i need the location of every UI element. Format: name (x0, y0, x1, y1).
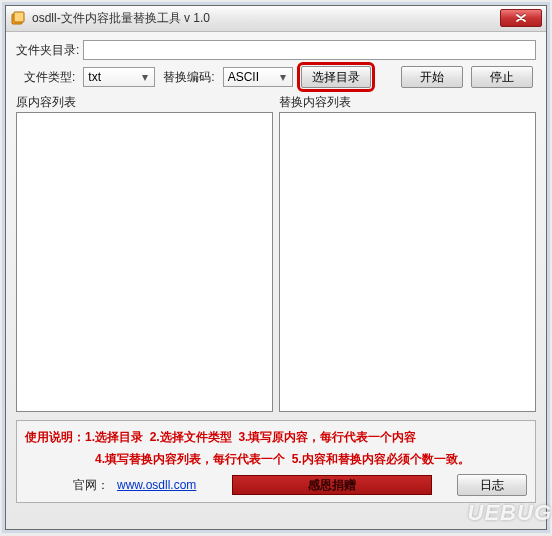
app-window: osdll-文件内容批量替换工具 v 1.0 文件夹目录: 文件类型: txt … (5, 5, 547, 530)
stop-button[interactable]: 停止 (471, 66, 533, 88)
window-title: osdll-文件内容批量替换工具 v 1.0 (32, 10, 210, 27)
instructions-line2: 4.填写替换内容列表，每行代表一个 5.内容和替换内容必须个数一致。 (25, 449, 527, 471)
original-list-box[interactable] (16, 112, 273, 412)
filetype-label: 文件类型: (24, 69, 75, 86)
site-link[interactable]: www.osdll.com (117, 478, 196, 492)
instructions-line1: 使用说明：1.选择目录 2.选择文件类型 3.填写原内容，每行代表一个内容 (25, 427, 527, 449)
close-icon (516, 14, 526, 22)
encoding-value: ASCII (228, 70, 259, 84)
replace-list-column: 替换内容列表 (279, 94, 536, 412)
original-list-column: 原内容列表 (16, 94, 273, 412)
folder-row: 文件夹目录: (16, 40, 536, 60)
chevron-down-icon: ▾ (276, 70, 290, 84)
donate-button[interactable]: 感恩捐赠 (232, 475, 432, 495)
chevron-down-icon: ▾ (138, 70, 152, 84)
content-area: 文件夹目录: 文件类型: txt ▾ 替换编码: ASCII ▾ 选择目录 开始… (6, 32, 546, 509)
lists-row: 原内容列表 替换内容列表 (16, 94, 536, 412)
site-label: 官网： (73, 477, 109, 494)
close-button[interactable] (500, 9, 542, 27)
encoding-select[interactable]: ASCII ▾ (223, 67, 293, 87)
folder-input[interactable] (83, 40, 536, 60)
bottom-row: 官网： www.osdll.com 感恩捐赠 日志 (25, 474, 527, 496)
app-icon (10, 11, 26, 27)
encoding-label: 替换编码: (163, 69, 214, 86)
filetype-select[interactable]: txt ▾ (83, 67, 155, 87)
original-list-label: 原内容列表 (16, 94, 273, 111)
replace-list-label: 替换内容列表 (279, 94, 536, 111)
instructions-panel: 使用说明：1.选择目录 2.选择文件类型 3.填写原内容，每行代表一个内容 4.… (16, 420, 536, 503)
log-button[interactable]: 日志 (457, 474, 527, 496)
folder-label: 文件夹目录: (16, 42, 79, 59)
controls-row: 文件类型: txt ▾ 替换编码: ASCII ▾ 选择目录 开始 停止 (16, 66, 536, 88)
start-button[interactable]: 开始 (401, 66, 463, 88)
svg-rect-1 (14, 12, 24, 22)
replace-list-box[interactable] (279, 112, 536, 412)
filetype-value: txt (88, 70, 101, 84)
choose-dir-button[interactable]: 选择目录 (301, 66, 371, 88)
titlebar: osdll-文件内容批量替换工具 v 1.0 (6, 6, 546, 32)
